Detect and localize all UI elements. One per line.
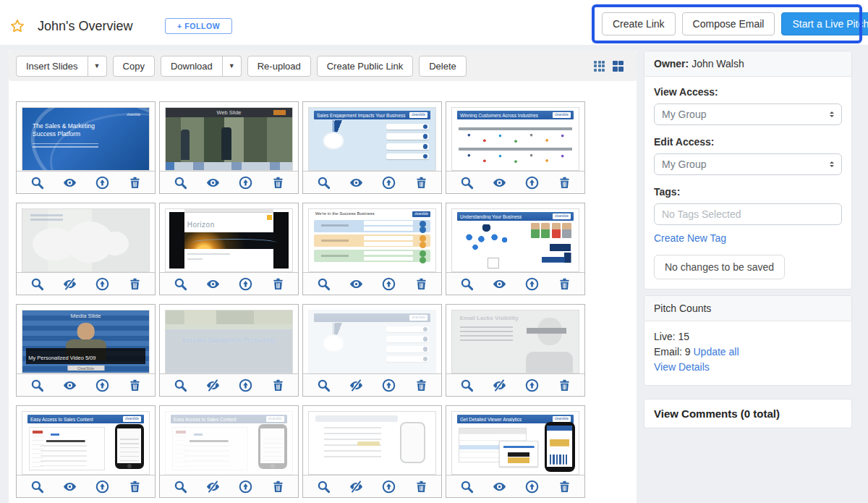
slide-zoom-button[interactable] — [174, 379, 187, 392]
slide-visibility-button[interactable] — [63, 480, 77, 494]
slide-reupload-button[interactable] — [382, 480, 396, 494]
edit-access-select[interactable]: My Group — [654, 153, 842, 175]
slide-delete-button[interactable] — [414, 379, 428, 392]
slide-visibility-off-button[interactable] — [493, 379, 506, 392]
slide-delete-button[interactable] — [128, 480, 142, 494]
slide-zoom-button[interactable] — [30, 379, 44, 392]
slide-zoom-button[interactable] — [174, 277, 187, 291]
slide-visibility-button[interactable] — [349, 176, 363, 190]
small-grid-view-icon[interactable] — [594, 61, 605, 72]
view-access-select[interactable]: My Group — [654, 103, 842, 125]
slide-thumbnail[interactable]: Email Lacks Visibility — [451, 310, 579, 373]
slide-thumbnail[interactable]: clearslideThe Sales & Marketing Success … — [22, 107, 150, 171]
slide-reupload-button[interactable] — [239, 277, 252, 291]
slide-thumbnail[interactable]: clearslide — [308, 310, 436, 373]
start-live-pitch-button[interactable]: Start a Live Pitch — [781, 12, 868, 35]
slide-thumbnail[interactable]: Get Detailed Viewer Analyticsclearslide — [451, 411, 579, 475]
copy-button[interactable]: Copy — [113, 56, 155, 77]
create-public-link-button[interactable]: Create Public Link — [317, 56, 414, 77]
slide-delete-button[interactable] — [558, 277, 571, 291]
slide-zoom-button[interactable] — [460, 277, 474, 291]
slide-thumbnail[interactable]: Sales Engagement Impacts Your Businesscl… — [308, 107, 436, 171]
slide-reupload-button[interactable] — [95, 480, 109, 494]
slide-thumbnail[interactable]: Media SlideMy Personalized Video 5/09Cle… — [22, 310, 150, 373]
slide-zoom-button[interactable] — [317, 480, 331, 494]
slide-visibility-button[interactable] — [493, 480, 506, 494]
slide-delete-button[interactable] — [271, 277, 285, 291]
slide-reupload-button[interactable] — [239, 480, 252, 494]
slide-visibility-off-button[interactable] — [206, 480, 220, 494]
view-details-link[interactable]: View Details — [654, 360, 710, 375]
slide-reupload-button[interactable] — [525, 480, 539, 494]
slide-zoom-button[interactable] — [317, 277, 331, 291]
slide-zoom-button[interactable] — [460, 176, 474, 190]
slide-zoom-button[interactable] — [174, 176, 187, 190]
slide-delete-button[interactable] — [414, 176, 428, 190]
slide-thumbnail[interactable] — [308, 411, 436, 475]
slide-delete-button[interactable] — [414, 480, 428, 494]
slide-visibility-button[interactable] — [493, 176, 506, 190]
delete-button[interactable]: Delete — [419, 56, 467, 77]
no-changes-button[interactable]: No changes to be saved — [654, 255, 785, 279]
slide-reupload-button[interactable] — [95, 176, 109, 190]
slide-reupload-button[interactable] — [239, 176, 252, 190]
create-link-button[interactable]: Create Link — [602, 12, 676, 35]
slide-reupload-button[interactable] — [239, 379, 252, 392]
slide-delete-button[interactable] — [128, 176, 142, 190]
slide-visibility-button[interactable] — [206, 277, 220, 291]
slide-zoom-button[interactable] — [174, 480, 187, 494]
slide-thumbnail[interactable]: We're in the Success Businessclearslide — [308, 208, 436, 272]
slide-reupload-button[interactable] — [525, 277, 539, 291]
slide-reupload-button[interactable] — [382, 277, 396, 291]
slide-delete-button[interactable] — [271, 176, 285, 190]
slide-delete-button[interactable] — [558, 379, 571, 392]
slide-visibility-off-button[interactable] — [63, 277, 77, 291]
slide-reupload-button[interactable] — [525, 379, 539, 392]
slide-reupload-button[interactable] — [525, 176, 539, 190]
slide-thumbnail[interactable]: Web Slide — [165, 107, 293, 171]
slide-reupload-button[interactable] — [382, 379, 396, 392]
insert-slides-button[interactable]: Insert Slides — [16, 56, 88, 77]
slide-delete-button[interactable] — [414, 277, 428, 291]
create-new-tag-link[interactable]: Create New Tag — [654, 232, 726, 244]
reupload-button[interactable]: Re-upload — [247, 56, 311, 77]
slide-thumbnail[interactable]: Increase Salesperson Productivity — [165, 310, 293, 373]
slide-delete-button[interactable] — [558, 176, 571, 190]
slide-visibility-off-button[interactable] — [206, 379, 220, 392]
slide-zoom-button[interactable] — [317, 176, 331, 190]
slide-thumbnail[interactable]: Winning Customers Across Industriesclear… — [451, 107, 579, 171]
download-button[interactable]: Download — [161, 56, 223, 77]
slide-reupload-button[interactable] — [382, 176, 396, 190]
slide-zoom-button[interactable] — [317, 379, 331, 392]
insert-slides-caret-button[interactable]: ▼ — [88, 56, 107, 77]
update-all-link[interactable]: Update all — [693, 345, 739, 360]
slide-visibility-off-button[interactable] — [349, 379, 363, 392]
slide-delete-button[interactable] — [558, 480, 571, 494]
slide-thumbnail[interactable] — [22, 208, 150, 272]
slide-thumbnail[interactable]: Easy Access to Sales Contentclearslide — [165, 411, 293, 475]
slide-visibility-button[interactable] — [206, 176, 220, 190]
slide-zoom-button[interactable] — [460, 379, 474, 392]
slide-delete-button[interactable] — [128, 277, 142, 291]
tags-input[interactable] — [654, 203, 842, 225]
slide-visibility-button[interactable] — [493, 277, 506, 291]
follow-button[interactable]: + FOLLOW — [165, 18, 232, 34]
slide-thumbnail[interactable]: Horizon — [165, 208, 293, 272]
slide-reupload-button[interactable] — [95, 379, 109, 392]
compose-email-button[interactable]: Compose Email — [682, 12, 775, 35]
slide-visibility-button[interactable] — [63, 379, 77, 392]
large-grid-view-icon[interactable] — [613, 61, 624, 72]
slide-visibility-off-button[interactable] — [349, 480, 363, 494]
slide-reupload-button[interactable] — [95, 277, 109, 291]
slide-delete-button[interactable] — [271, 480, 285, 494]
slide-thumbnail[interactable]: Understanding Your Businessclearslide — [451, 208, 579, 272]
slide-zoom-button[interactable] — [30, 480, 44, 494]
slide-visibility-button[interactable] — [63, 176, 77, 190]
slide-visibility-button[interactable] — [349, 277, 363, 291]
favorite-star-icon[interactable] — [9, 18, 25, 34]
slide-zoom-button[interactable] — [30, 277, 44, 291]
slide-delete-button[interactable] — [271, 379, 285, 392]
slide-zoom-button[interactable] — [30, 176, 44, 190]
slide-zoom-button[interactable] — [460, 480, 474, 494]
slide-thumbnail[interactable]: Easy Access to Sales Contentclearslide — [22, 411, 150, 475]
